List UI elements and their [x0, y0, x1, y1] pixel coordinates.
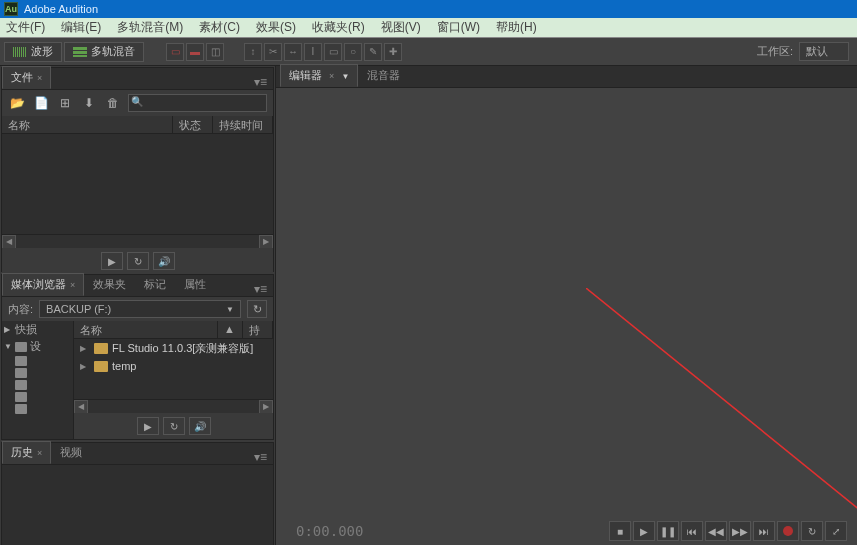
drive-icon — [15, 356, 27, 366]
forward-button[interactable]: ▶▶ — [729, 521, 751, 541]
tab-history[interactable]: 历史× — [2, 441, 51, 464]
waveform-view-button[interactable]: 波形 — [4, 42, 62, 62]
scroll-left-icon[interactable]: ◀ — [74, 400, 88, 414]
search-input[interactable] — [128, 94, 267, 112]
content-label: 内容: — [8, 302, 33, 317]
drive-icon — [15, 368, 27, 378]
tab-mixer[interactable]: 混音器 — [358, 64, 409, 87]
col-duration[interactable]: 持续时间 — [213, 116, 273, 133]
close-icon[interactable]: × — [70, 280, 75, 290]
panel-menu-icon[interactable]: ▾≡ — [248, 75, 273, 89]
record-button[interactable] — [777, 521, 799, 541]
menu-view[interactable]: 视图(V) — [381, 19, 421, 36]
folder-icon — [94, 361, 108, 372]
tree-item[interactable] — [2, 355, 73, 367]
lasso-tool[interactable]: ○ — [344, 43, 362, 61]
delete-icon[interactable]: 🗑 — [104, 95, 122, 111]
tool-1[interactable]: ▭ — [166, 43, 184, 61]
tree-item[interactable] — [2, 367, 73, 379]
tab-editor[interactable]: 编辑器 × ▼ — [280, 64, 358, 87]
col-duration[interactable]: 持 — [243, 321, 273, 338]
skip-back-button[interactable]: ⏮ — [681, 521, 703, 541]
tab-markers[interactable]: 标记 — [135, 273, 175, 296]
tree-drive[interactable]: ▼设 — [2, 338, 73, 355]
slip-tool[interactable]: ↔ — [284, 43, 302, 61]
tab-properties[interactable]: 属性 — [175, 273, 215, 296]
tab-video[interactable]: 视频 — [51, 441, 91, 464]
media-browser-panel: 媒体浏览器× 效果夹 标记 属性 ▾≡ 内容: BACKUP (F:) ▼ ↻ … — [1, 274, 274, 440]
autoplay-button[interactable]: 🔊 — [153, 252, 175, 270]
skip-selection-button[interactable]: ⤢ — [825, 521, 847, 541]
menu-bar: 文件(F) 编辑(E) 多轨混音(M) 素材(C) 效果(S) 收藏夹(R) 视… — [0, 18, 857, 38]
chevron-down-icon[interactable]: ▼ — [341, 72, 349, 81]
tree-item[interactable] — [2, 391, 73, 403]
menu-help[interactable]: 帮助(H) — [496, 19, 537, 36]
workspace-dropdown[interactable]: 默认 — [799, 42, 849, 61]
play-preview-button[interactable]: ▶ — [101, 252, 123, 270]
menu-window[interactable]: 窗口(W) — [437, 19, 480, 36]
autoplay-button[interactable]: 🔊 — [189, 417, 211, 435]
list-item[interactable]: ▶ FL Studio 11.0.3[亲测兼容版] — [74, 339, 273, 358]
svg-line-0 — [586, 288, 857, 545]
col-status[interactable]: 状态 — [173, 116, 213, 133]
menu-favorites[interactable]: 收藏夹(R) — [312, 19, 365, 36]
loop-playback-button[interactable]: ↻ — [801, 521, 823, 541]
refresh-button[interactable]: ↻ — [247, 300, 267, 318]
tree-item[interactable] — [2, 403, 73, 415]
panel-menu-icon[interactable]: ▾≡ — [248, 450, 273, 464]
expand-icon[interactable]: ▶ — [80, 362, 90, 371]
brush-tool[interactable]: ✎ — [364, 43, 382, 61]
scrollbar-horizontal[interactable]: ◀ ▶ — [74, 399, 273, 413]
folder-icon — [94, 343, 108, 354]
menu-edit[interactable]: 编辑(E) — [61, 19, 101, 36]
new-file-icon[interactable]: 📄 — [32, 95, 50, 111]
chevron-down-icon: ▼ — [226, 305, 234, 314]
time-select-tool[interactable]: I — [304, 43, 322, 61]
scroll-left-icon[interactable]: ◀ — [2, 235, 16, 249]
play-preview-button[interactable]: ▶ — [137, 417, 159, 435]
skip-forward-button[interactable]: ⏭ — [753, 521, 775, 541]
play-button[interactable]: ▶ — [633, 521, 655, 541]
loop-button[interactable]: ↻ — [127, 252, 149, 270]
editor-canvas[interactable]: 0:00.000 ■ ▶ ❚❚ ⏮ ◀◀ ▶▶ ⏭ ↻ ⤢ — [276, 88, 857, 545]
menu-clip[interactable]: 素材(C) — [199, 19, 240, 36]
tab-media-browser[interactable]: 媒体浏览器× — [2, 273, 84, 296]
razor-tool[interactable]: ✂ — [264, 43, 282, 61]
loop-button[interactable]: ↻ — [163, 417, 185, 435]
tab-files[interactable]: 文件× — [2, 66, 51, 89]
menu-effects[interactable]: 效果(S) — [256, 19, 296, 36]
menu-file[interactable]: 文件(F) — [6, 19, 45, 36]
close-icon[interactable]: × — [37, 448, 42, 458]
tree-root[interactable]: ▶快损 — [2, 321, 73, 338]
close-icon[interactable]: × — [329, 71, 334, 81]
open-file-icon[interactable]: 📂 — [8, 95, 26, 111]
col-name[interactable]: 名称 — [74, 321, 218, 338]
tool-2[interactable]: ▬ — [186, 43, 204, 61]
stop-button[interactable]: ■ — [609, 521, 631, 541]
import-icon[interactable]: ⊞ — [56, 95, 74, 111]
heal-tool[interactable]: ✚ — [384, 43, 402, 61]
scroll-right-icon[interactable]: ▶ — [259, 235, 273, 249]
expand-icon[interactable]: ▶ — [80, 344, 90, 353]
marquee-tool[interactable]: ▭ — [324, 43, 342, 61]
scrollbar-horizontal[interactable]: ◀ ▶ — [2, 234, 273, 248]
content-dropdown[interactable]: BACKUP (F:) ▼ — [39, 300, 241, 318]
timecode-display: 0:00.000 — [296, 523, 363, 539]
scroll-right-icon[interactable]: ▶ — [259, 400, 273, 414]
multitrack-view-button[interactable]: 多轨混音 — [64, 42, 144, 62]
move-tool[interactable]: ↕ — [244, 43, 262, 61]
menu-multitrack[interactable]: 多轨混音(M) — [117, 19, 183, 36]
list-item[interactable]: ▶ temp — [74, 358, 273, 374]
col-name[interactable]: 名称 — [2, 116, 173, 133]
tab-effects-rack[interactable]: 效果夹 — [84, 273, 135, 296]
col-up[interactable]: ▲ — [218, 321, 243, 338]
insert-icon[interactable]: ⬇ — [80, 95, 98, 111]
tree-item[interactable] — [2, 379, 73, 391]
pause-button[interactable]: ❚❚ — [657, 521, 679, 541]
close-icon[interactable]: × — [37, 73, 42, 83]
panel-menu-icon[interactable]: ▾≡ — [248, 282, 273, 296]
rewind-button[interactable]: ◀◀ — [705, 521, 727, 541]
files-panel: 文件× ▾≡ 📂 📄 ⊞ ⬇ 🗑 名称 状态 持续时间 ◀ ▶ — [1, 67, 274, 272]
tool-3[interactable]: ◫ — [206, 43, 224, 61]
app-logo: Au — [4, 2, 18, 16]
